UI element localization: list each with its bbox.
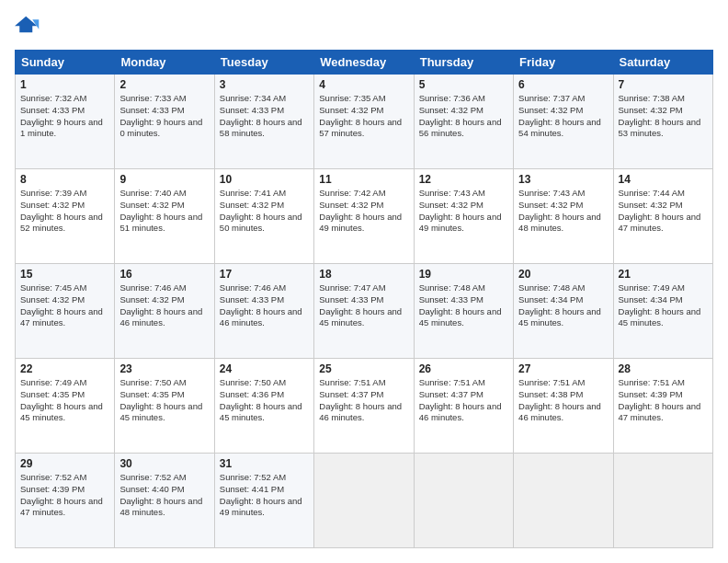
cell-3-1: 15Sunrise: 7:45 AMSunset: 4:32 PMDayligh… [16,264,115,359]
cell-content: Sunrise: 7:51 AMSunset: 4:37 PMDaylight:… [319,377,408,424]
cell-3-5: 19Sunrise: 7:48 AMSunset: 4:33 PMDayligh… [414,264,513,359]
day-number: 24 [220,362,309,375]
col-header-wednesday: Wednesday [314,51,414,75]
cell-content: Sunrise: 7:35 AMSunset: 4:32 PMDaylight:… [319,93,408,140]
cell-1-3: 3Sunrise: 7:34 AMSunset: 4:33 PMDaylight… [214,75,313,169]
cell-5-6 [514,454,613,548]
day-number: 25 [319,362,408,375]
cell-content: Sunrise: 7:49 AMSunset: 4:35 PMDaylight:… [20,377,109,424]
cell-content: Sunrise: 7:39 AMSunset: 4:32 PMDaylight:… [20,188,109,235]
cell-5-1: 29Sunrise: 7:52 AMSunset: 4:39 PMDayligh… [16,454,115,548]
cell-content: Sunrise: 7:46 AMSunset: 4:33 PMDaylight:… [220,282,309,329]
cell-3-6: 20Sunrise: 7:48 AMSunset: 4:34 PMDayligh… [514,264,613,359]
cell-4-4: 25Sunrise: 7:51 AMSunset: 4:37 PMDayligh… [314,359,414,454]
cell-content: Sunrise: 7:33 AMSunset: 4:33 PMDaylight:… [119,93,209,140]
col-header-friday: Friday [514,51,613,75]
logo [15,15,42,40]
col-header-saturday: Saturday [613,51,712,75]
cell-content: Sunrise: 7:51 AMSunset: 4:38 PMDaylight:… [518,377,608,424]
cell-1-2: 2Sunrise: 7:33 AMSunset: 4:33 PMDaylight… [115,75,214,169]
cell-content: Sunrise: 7:51 AMSunset: 4:39 PMDaylight:… [619,377,708,424]
cell-content: Sunrise: 7:43 AMSunset: 4:32 PMDaylight:… [419,188,508,235]
day-number: 23 [119,362,209,375]
cell-2-5: 12Sunrise: 7:43 AMSunset: 4:32 PMDayligh… [414,169,513,264]
cell-1-7: 7Sunrise: 7:38 AMSunset: 4:32 PMDaylight… [613,75,712,169]
cell-4-2: 23Sunrise: 7:50 AMSunset: 4:35 PMDayligh… [115,359,214,454]
day-number: 14 [619,173,708,186]
day-number: 4 [319,78,408,91]
day-number: 22 [20,362,109,375]
day-number: 18 [319,268,408,281]
day-number: 28 [619,362,708,375]
day-number: 29 [20,457,109,470]
cell-4-3: 24Sunrise: 7:50 AMSunset: 4:36 PMDayligh… [214,359,313,454]
cell-content: Sunrise: 7:43 AMSunset: 4:32 PMDaylight:… [518,188,608,235]
week-row-5: 29Sunrise: 7:52 AMSunset: 4:39 PMDayligh… [16,454,713,548]
day-number: 3 [220,78,309,91]
col-header-tuesday: Tuesday [214,51,313,75]
day-number: 15 [20,268,109,281]
cell-3-7: 21Sunrise: 7:49 AMSunset: 4:34 PMDayligh… [613,264,712,359]
cell-3-4: 18Sunrise: 7:47 AMSunset: 4:33 PMDayligh… [314,264,414,359]
cell-2-7: 14Sunrise: 7:44 AMSunset: 4:32 PMDayligh… [613,169,712,264]
day-number: 31 [220,457,309,470]
cell-content: Sunrise: 7:52 AMSunset: 4:41 PMDaylight:… [220,472,309,519]
cell-content: Sunrise: 7:49 AMSunset: 4:34 PMDaylight:… [619,282,708,329]
cell-1-4: 4Sunrise: 7:35 AMSunset: 4:32 PMDaylight… [314,75,414,169]
day-number: 13 [518,173,608,186]
cell-2-1: 8Sunrise: 7:39 AMSunset: 4:32 PMDaylight… [16,169,115,264]
week-row-3: 15Sunrise: 7:45 AMSunset: 4:32 PMDayligh… [16,264,713,359]
day-number: 9 [119,173,209,186]
cell-3-3: 17Sunrise: 7:46 AMSunset: 4:33 PMDayligh… [214,264,313,359]
cell-content: Sunrise: 7:40 AMSunset: 4:32 PMDaylight:… [119,188,209,235]
cell-content: Sunrise: 7:41 AMSunset: 4:32 PMDaylight:… [220,188,309,235]
week-row-1: 1Sunrise: 7:32 AMSunset: 4:33 PMDaylight… [16,75,713,169]
week-row-4: 22Sunrise: 7:49 AMSunset: 4:35 PMDayligh… [16,359,713,454]
cell-content: Sunrise: 7:37 AMSunset: 4:32 PMDaylight:… [518,93,608,140]
cell-content: Sunrise: 7:50 AMSunset: 4:36 PMDaylight:… [220,377,309,424]
cell-5-4 [314,454,414,548]
svg-marker-0 [15,17,38,33]
day-number: 11 [319,173,408,186]
day-number: 21 [619,268,708,281]
cell-2-4: 11Sunrise: 7:42 AMSunset: 4:32 PMDayligh… [314,169,414,264]
cell-content: Sunrise: 7:52 AMSunset: 4:40 PMDaylight:… [119,472,209,519]
cell-2-2: 9Sunrise: 7:40 AMSunset: 4:32 PMDaylight… [115,169,214,264]
cell-content: Sunrise: 7:51 AMSunset: 4:37 PMDaylight:… [419,377,508,424]
day-number: 20 [518,268,608,281]
cell-5-3: 31Sunrise: 7:52 AMSunset: 4:41 PMDayligh… [214,454,313,548]
cell-5-5 [414,454,513,548]
calendar-table: SundayMondayTuesdayWednesdayThursdayFrid… [15,50,713,548]
day-number: 26 [419,362,508,375]
day-number: 7 [619,78,708,91]
day-number: 12 [419,173,508,186]
cell-5-7 [613,454,712,548]
day-number: 27 [518,362,608,375]
cell-1-5: 5Sunrise: 7:36 AMSunset: 4:32 PMDaylight… [414,75,513,169]
logo-icon [15,15,40,40]
cell-content: Sunrise: 7:38 AMSunset: 4:32 PMDaylight:… [619,93,708,140]
cell-content: Sunrise: 7:36 AMSunset: 4:32 PMDaylight:… [419,93,508,140]
cell-4-7: 28Sunrise: 7:51 AMSunset: 4:39 PMDayligh… [613,359,712,454]
col-header-sunday: Sunday [16,51,115,75]
day-number: 16 [119,268,209,281]
cell-4-1: 22Sunrise: 7:49 AMSunset: 4:35 PMDayligh… [16,359,115,454]
cell-content: Sunrise: 7:46 AMSunset: 4:32 PMDaylight:… [119,282,209,329]
day-number: 10 [220,173,309,186]
day-number: 1 [20,78,109,91]
cell-1-6: 6Sunrise: 7:37 AMSunset: 4:32 PMDaylight… [514,75,613,169]
header-row: SundayMondayTuesdayWednesdayThursdayFrid… [16,51,713,75]
page: SundayMondayTuesdayWednesdayThursdayFrid… [0,0,728,563]
day-number: 17 [220,268,309,281]
cell-content: Sunrise: 7:52 AMSunset: 4:39 PMDaylight:… [20,472,109,519]
day-number: 6 [518,78,608,91]
col-header-monday: Monday [115,51,214,75]
day-number: 8 [20,173,109,186]
cell-1-1: 1Sunrise: 7:32 AMSunset: 4:33 PMDaylight… [16,75,115,169]
cell-content: Sunrise: 7:32 AMSunset: 4:33 PMDaylight:… [20,93,109,140]
cell-content: Sunrise: 7:45 AMSunset: 4:32 PMDaylight:… [20,282,109,329]
day-number: 19 [419,268,508,281]
day-number: 2 [119,78,209,91]
cell-content: Sunrise: 7:50 AMSunset: 4:35 PMDaylight:… [119,377,209,424]
day-number: 5 [419,78,508,91]
